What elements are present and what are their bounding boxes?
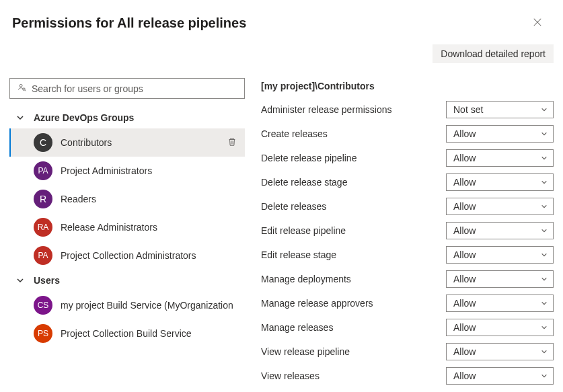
users-section-header[interactable]: Users (9, 270, 245, 291)
permission-row: Administer release permissionsNot set (261, 101, 554, 118)
identity-list-item[interactable]: PAProject Administrators (9, 157, 245, 185)
person-search-icon (17, 83, 32, 94)
permission-dropdown[interactable]: Allow (446, 222, 554, 239)
permission-dropdown[interactable]: Allow (446, 270, 554, 288)
chevron-down-icon (541, 225, 548, 236)
avatar: PA (34, 246, 52, 265)
close-button[interactable] (527, 12, 548, 34)
identity-name: Contributors (61, 137, 225, 148)
permission-dropdown[interactable]: Allow (446, 319, 554, 336)
groups-section-header[interactable]: Azure DevOps Groups (9, 107, 245, 128)
groups-section-label: Azure DevOps Groups (34, 112, 134, 123)
permission-value: Not set (453, 104, 483, 115)
identity-list-item[interactable]: CSmy project Build Service (MyOrganizati… (9, 291, 245, 319)
identity-list-item[interactable]: PSProject Collection Build Service (9, 319, 245, 348)
permission-label: Delete releases (261, 201, 326, 212)
permission-row: View releasesAllow (261, 367, 554, 385)
permission-label: Manage deployments (261, 274, 351, 284)
identity-list-item[interactable]: CContributors (9, 128, 245, 157)
chevron-down-icon (541, 153, 548, 163)
permission-row: Manage deploymentsAllow (261, 270, 554, 288)
permission-value: Allow (453, 370, 476, 381)
trash-icon (227, 137, 237, 149)
permission-label: View releases (261, 370, 320, 381)
permission-dropdown[interactable]: Allow (446, 173, 554, 191)
chevron-down-icon (13, 276, 27, 284)
chevron-down-icon (541, 177, 548, 188)
chevron-down-icon (541, 104, 548, 115)
permission-value: Allow (453, 249, 476, 260)
avatar: PS (34, 324, 52, 343)
search-input[interactable] (32, 83, 237, 94)
identity-list-item[interactable]: RARelease Administrators (9, 213, 245, 241)
permission-row: Manage releasesAllow (261, 319, 554, 336)
users-section-label: Users (34, 275, 60, 286)
permission-label: Manage releases (261, 322, 333, 333)
permission-dropdown[interactable]: Allow (446, 125, 554, 143)
permission-value: Allow (453, 201, 476, 212)
permission-dropdown[interactable]: Allow (446, 295, 554, 312)
permission-row: Manage release approversAllow (261, 295, 554, 312)
identity-list-item[interactable]: RReaders (9, 185, 245, 213)
avatar: PA (34, 161, 52, 180)
permission-value: Allow (453, 298, 476, 309)
avatar: CS (34, 296, 52, 315)
selected-identity-title: [my project]\Contributors (261, 78, 554, 91)
identity-name: Project Collection Build Service (61, 328, 239, 339)
permission-row: Edit release pipelineAllow (261, 222, 554, 239)
identity-name: Release Administrators (61, 222, 239, 233)
permission-label: Create releases (261, 128, 328, 139)
chevron-down-icon (541, 128, 548, 139)
page-title: Permissions for All release pipelines (12, 15, 246, 31)
identity-list-pane: Azure DevOps Groups CContributorsPAProje… (9, 78, 245, 391)
permission-value: Allow (453, 322, 476, 333)
chevron-down-icon (541, 274, 548, 284)
permission-value: Allow (453, 274, 476, 284)
identity-name: Project Collection Administrators (61, 250, 239, 261)
permission-dropdown[interactable]: Allow (446, 198, 554, 215)
permission-label: Administer release permissions (261, 104, 392, 115)
identity-name: Project Administrators (61, 165, 239, 176)
identity-list-item[interactable]: PAProject Collection Administrators (9, 241, 245, 270)
chevron-down-icon (541, 201, 548, 212)
download-report-button[interactable]: Download detailed report (433, 44, 554, 63)
permission-label: View release pipeline (261, 346, 350, 357)
permission-row: Delete release pipelineAllow (261, 149, 554, 167)
identity-name: my project Build Service (MyOrganization (61, 300, 239, 311)
permissions-detail-pane: [my project]\Contributors Administer rel… (254, 78, 554, 391)
permission-value: Allow (453, 225, 476, 236)
permission-row: Delete release stageAllow (261, 173, 554, 191)
permission-row: View release pipelineAllow (261, 343, 554, 360)
permission-value: Allow (453, 153, 476, 163)
delete-identity-button[interactable] (225, 134, 239, 151)
permission-label: Manage release approvers (261, 298, 373, 309)
chevron-down-icon (541, 298, 548, 309)
chevron-down-icon (541, 322, 548, 333)
chevron-down-icon (541, 370, 548, 381)
svg-point-0 (20, 84, 22, 87)
permission-value: Allow (453, 346, 476, 357)
close-icon (533, 17, 542, 29)
permission-label: Delete release pipeline (261, 153, 356, 163)
permission-value: Allow (453, 128, 476, 139)
search-box[interactable] (9, 78, 245, 99)
chevron-down-icon (541, 249, 548, 260)
permission-row: Delete releasesAllow (261, 198, 554, 215)
chevron-down-icon (541, 346, 548, 357)
identity-name: Readers (61, 194, 239, 204)
permission-row: Edit release stageAllow (261, 246, 554, 264)
permission-dropdown[interactable]: Allow (446, 367, 554, 385)
permission-dropdown[interactable]: Allow (446, 149, 554, 167)
permission-dropdown[interactable]: Allow (446, 343, 554, 360)
avatar: C (34, 133, 52, 152)
permission-dropdown[interactable]: Not set (446, 101, 554, 118)
avatar: R (34, 190, 52, 208)
permission-value: Allow (453, 177, 476, 188)
permission-row: Create releasesAllow (261, 125, 554, 143)
permission-label: Delete release stage (261, 177, 347, 188)
permission-dropdown[interactable]: Allow (446, 246, 554, 264)
permission-label: Edit release pipeline (261, 225, 346, 236)
chevron-down-icon (13, 114, 27, 122)
permission-label: Edit release stage (261, 249, 336, 260)
avatar: RA (34, 218, 52, 237)
